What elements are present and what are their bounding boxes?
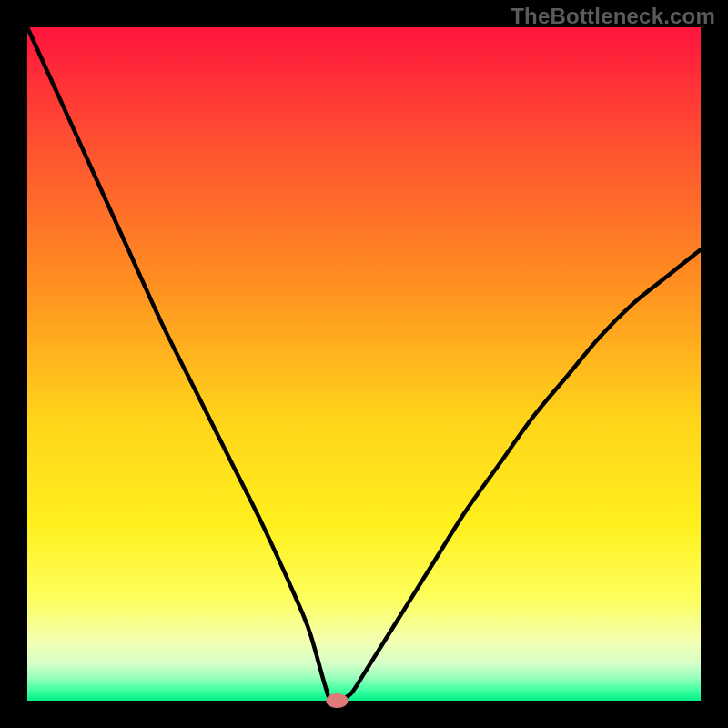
plot-background xyxy=(27,27,701,701)
optimal-marker xyxy=(326,693,348,708)
bottleneck-chart xyxy=(0,0,728,728)
watermark-label: TheBottleneck.com xyxy=(511,4,715,29)
chart-frame: TheBottleneck.com xyxy=(0,0,728,728)
